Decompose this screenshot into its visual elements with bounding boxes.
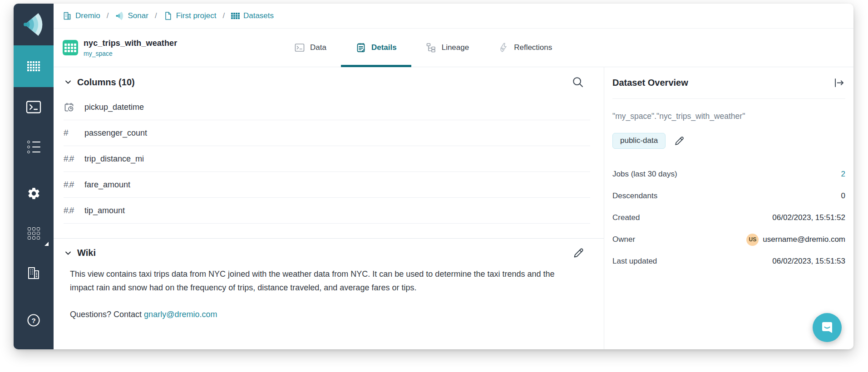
dataset-tabs: Data Details: [280, 29, 567, 67]
dataset-space-link[interactable]: my_space: [84, 50, 177, 57]
sidebar-item-settings[interactable]: [14, 173, 54, 213]
breadcrumb-label: Datasets: [243, 11, 274, 20]
project-file-icon: [163, 11, 173, 20]
info-row-owner: Owner US username@dremio.com: [612, 229, 845, 250]
wiki-section-title: Wiki: [77, 248, 96, 258]
columns-list: pickup_datetime # passenger_count #.# tr…: [54, 94, 604, 224]
columns-section-title: Columns (10): [77, 77, 135, 88]
edit-pencil-icon[interactable]: [674, 135, 685, 147]
chevron-down-icon[interactable]: [64, 249, 73, 258]
dataset-overview-panel: Dataset Overview "my_space"."nyc_trips_w…: [604, 67, 853, 349]
column-row[interactable]: pickup_datetime: [64, 94, 590, 120]
datasets-grid-icon: [27, 61, 40, 71]
jobs-count-link[interactable]: 2: [841, 170, 845, 179]
tab-details[interactable]: Details: [341, 29, 411, 67]
chat-launcher-button[interactable]: [813, 313, 842, 342]
sidebar-item-datasets[interactable]: [14, 45, 54, 87]
active-tab-underline: [341, 65, 411, 67]
breadcrumb-separator: /: [222, 11, 225, 20]
chevron-down-icon[interactable]: [64, 78, 73, 87]
column-row[interactable]: #.# tip_amount: [64, 198, 590, 224]
info-row-jobs: Jobs (last 30 days) 2: [612, 163, 845, 185]
float-type-icon: #.#: [64, 206, 74, 215]
apps-grid-icon: [28, 227, 40, 240]
settings-gear-icon: [27, 186, 41, 201]
main-area: Dremio / Sonar /: [54, 4, 853, 349]
screenshot-stage: ? Dremio /: [0, 0, 868, 372]
svg-text:?: ?: [31, 317, 35, 324]
flyout-corner-icon: [44, 242, 49, 246]
info-row-descendants: Descendants 0: [612, 185, 845, 207]
wiki-section-header: Wiki: [54, 239, 604, 264]
tab-lineage[interactable]: Lineage: [411, 29, 484, 67]
tab-reflections[interactable]: Reflections: [483, 29, 567, 67]
sidebar-item-help[interactable]: ?: [14, 300, 54, 340]
breadcrumb-separator: /: [107, 11, 109, 20]
wiki-contact-prefix: Questions? Contact: [70, 310, 142, 319]
overview-panel-title: Dataset Overview: [612, 78, 688, 88]
column-name: passenger_count: [84, 128, 147, 138]
tab-label: Data: [310, 43, 326, 52]
datetime-type-icon: [64, 102, 79, 113]
column-name: tip_amount: [84, 206, 125, 215]
info-row-created: Created 06/02/2023, 15:51:52: [612, 207, 845, 229]
sidebar-item-sql-runner[interactable]: [14, 87, 54, 127]
lineage-graph-icon: [426, 42, 437, 53]
wiki-section: Wiki This view contains taxi trips data …: [54, 238, 604, 319]
edit-pencil-icon[interactable]: [572, 247, 585, 259]
breadcrumb: Dremio / Sonar /: [54, 4, 853, 29]
info-row-last-updated: Last updated 06/02/2023, 15:51:53: [612, 250, 845, 272]
info-label: Jobs (last 30 days): [612, 170, 677, 179]
info-value: 06/02/2023, 15:51:53: [772, 257, 845, 266]
float-type-icon: #.#: [64, 154, 74, 164]
integer-type-icon: #: [64, 128, 69, 138]
float-type-icon: #.#: [64, 180, 74, 190]
tab-label: Reflections: [514, 43, 552, 52]
organization-building-icon: [63, 11, 72, 20]
column-name: trip_distance_mi: [84, 154, 144, 164]
column-name: pickup_datetime: [84, 103, 144, 112]
breadcrumb-item-first-project[interactable]: First project: [163, 11, 217, 20]
info-value: 06/02/2023, 15:51:52: [772, 213, 845, 222]
column-row[interactable]: #.# trip_distance_mi: [64, 146, 590, 172]
breadcrumb-item-dremio[interactable]: Dremio: [63, 11, 100, 20]
tab-data[interactable]: Data: [280, 29, 341, 67]
sidebar-item-apps[interactable]: [14, 213, 54, 253]
columns-section-header: Columns (10): [54, 67, 604, 94]
info-value: 0: [841, 191, 845, 201]
notepad-icon: [355, 42, 366, 53]
organization-building-icon: [26, 266, 41, 280]
avatar: US: [746, 234, 759, 246]
owner-value: US username@dremio.com: [746, 234, 845, 246]
help-icon: ?: [26, 313, 41, 328]
wiki-paragraph: This view contains taxi trips data from …: [70, 267, 558, 294]
sonar-logo-icon: [21, 12, 46, 37]
chat-bubble-icon: [819, 320, 835, 335]
dataset-table-icon: [63, 40, 78, 55]
breadcrumb-label: Sonar: [128, 11, 148, 20]
sonar-product-icon: [115, 11, 124, 20]
datasets-grid-icon: [231, 13, 240, 19]
tab-label: Details: [371, 43, 397, 52]
breadcrumb-label: First project: [176, 11, 217, 20]
breadcrumb-item-datasets[interactable]: Datasets: [231, 11, 274, 20]
search-icon[interactable]: [571, 75, 585, 89]
column-row[interactable]: #.# fare_amount: [64, 172, 590, 198]
collapse-panel-icon[interactable]: [833, 77, 845, 89]
owner-email: username@dremio.com: [763, 235, 845, 244]
jobs-list-icon: [27, 141, 40, 153]
column-row[interactable]: # passenger_count: [64, 120, 590, 146]
tag-chip[interactable]: public-data: [612, 133, 666, 149]
info-label: Descendants: [612, 191, 657, 201]
column-name: fare_amount: [84, 180, 130, 190]
wiki-contact-line: Questions? Contact gnarly@dremio.com: [70, 310, 585, 319]
sidebar-nav: ?: [14, 4, 54, 349]
sidebar-item-organization[interactable]: [14, 253, 54, 293]
wiki-contact-email-link[interactable]: gnarly@dremio.com: [144, 310, 217, 319]
details-left-pane: Columns (10): [54, 67, 604, 349]
sidebar-item-jobs[interactable]: [14, 127, 54, 167]
info-label: Last updated: [612, 257, 657, 266]
dataset-qualified-name: "my_space"."nyc_trips_with_weather": [612, 112, 845, 121]
sidebar-item-home-logo[interactable]: [14, 4, 54, 45]
breadcrumb-item-sonar[interactable]: Sonar: [115, 11, 148, 20]
